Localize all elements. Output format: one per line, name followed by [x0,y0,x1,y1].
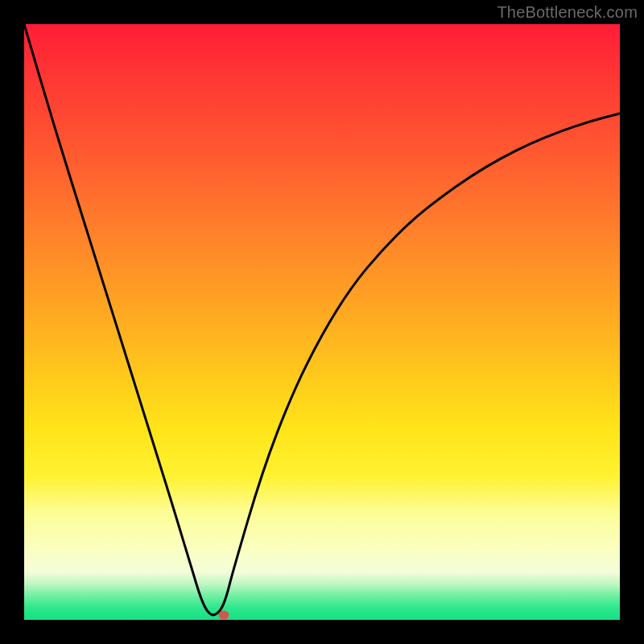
optimum-marker [218,611,229,620]
chart-frame: TheBottleneck.com [0,0,644,644]
curve-svg [24,24,620,620]
plot-area [24,24,620,620]
watermark-text: TheBottleneck.com [497,3,638,22]
bottleneck-curve [24,24,620,615]
